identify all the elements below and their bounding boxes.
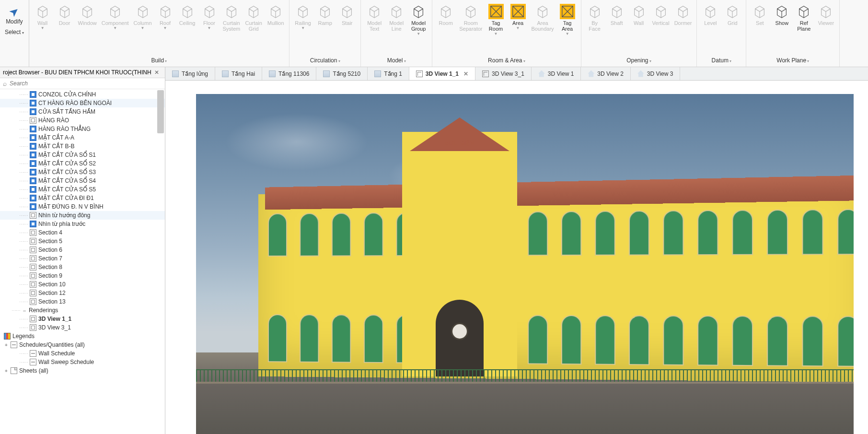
view-tab[interactable]: Tầng 11306 bbox=[262, 67, 316, 80]
viewer-button: Viewer bbox=[815, 2, 836, 28]
select-dropdown[interactable]: Select bbox=[3, 28, 26, 38]
tag-area-button[interactable]: Tag Area▼ bbox=[557, 2, 578, 37]
expander-icon[interactable]: – bbox=[22, 308, 27, 313]
node-label: CONZOL CỬA CHÍNH bbox=[38, 91, 96, 98]
model-text-icon bbox=[367, 4, 382, 19]
close-icon[interactable]: ✕ bbox=[151, 69, 162, 76]
tag-area-label: Tag Area bbox=[562, 20, 573, 32]
area-boundary-label: Area Boundary bbox=[532, 20, 554, 32]
browser-tree[interactable]: ⋯⋯CONZOL CỬA CHÍNH⋯⋯CT HÀNG RÀO BÊN NGOÀ… bbox=[0, 89, 165, 434]
expander-icon[interactable]: + bbox=[4, 368, 9, 374]
tree-connector: ⋯⋯ bbox=[19, 161, 28, 166]
view-tab[interactable]: Tầng Hai bbox=[215, 67, 262, 80]
home-icon bbox=[588, 70, 594, 77]
curtain-system-button: Curtain System bbox=[221, 2, 243, 34]
tree-node[interactable]: ⋯⋯Section 10 bbox=[0, 280, 165, 289]
tree-node[interactable]: ⋯⋯Wall Schedule bbox=[0, 349, 165, 358]
by-face-button: By Face bbox=[584, 2, 605, 34]
tree-node[interactable]: ⋯⋯–Renderings bbox=[0, 306, 165, 315]
tree-node[interactable]: ⋯⋯CONZOL CỬA CHÍNH bbox=[0, 90, 165, 99]
outline-icon bbox=[30, 212, 36, 219]
model-group-button[interactable]: Model Group▼ bbox=[408, 2, 429, 37]
tree-node[interactable]: ⋯⋯Section 12 bbox=[0, 289, 165, 297]
plan-icon bbox=[269, 70, 276, 77]
view-tab[interactable]: 3D View 3_1 bbox=[475, 67, 532, 80]
ref-plane-button[interactable]: Ref Plane bbox=[793, 2, 814, 34]
roof-button: Roof▼ bbox=[155, 2, 176, 32]
plan-icon bbox=[172, 70, 179, 77]
view-tab[interactable]: Tầng 5210 bbox=[316, 67, 368, 80]
door-label: Door bbox=[59, 20, 70, 26]
tree-node[interactable]: ⋯⋯CT HÀNG RÀO BÊN NGOÀI bbox=[0, 99, 165, 107]
tree-node[interactable]: ⋯⋯Wall Sweep Schedule bbox=[0, 358, 165, 366]
tree-node[interactable]: +Schedules/Quantities (all) bbox=[0, 340, 165, 349]
tab-label: Tầng Hai bbox=[231, 70, 255, 77]
ramp-label: Ramp bbox=[318, 20, 332, 26]
op-wall-icon bbox=[631, 4, 647, 19]
tree-node[interactable]: ⋯⋯MẶT CẮT CỬA SỔ S5 bbox=[0, 185, 165, 194]
view-tab[interactable]: 3D View 1_1✕ bbox=[409, 67, 475, 80]
outline-icon bbox=[30, 290, 36, 296]
tree-node[interactable]: ⋯⋯MẶT CẮT CỬA SỔ S1 bbox=[0, 151, 165, 159]
browser-search[interactable]: ⌕ bbox=[0, 78, 165, 89]
tree-node[interactable]: ⋯⋯HÀNG RÀO bbox=[0, 116, 165, 125]
tree-node[interactable]: ⋯⋯MẶT CẮT CỬA SỔ S2 bbox=[0, 159, 165, 168]
tree-node[interactable]: ⋯⋯MẶT CẮT A-A bbox=[0, 133, 165, 142]
tree-node[interactable]: ⋯⋯Section 13 bbox=[0, 297, 165, 306]
tree-node[interactable]: +Sheets (all) bbox=[0, 366, 165, 375]
tree-node[interactable]: ⋯⋯MẶT CẮT B-B bbox=[0, 142, 165, 151]
node-label: MẶT CẮT CỬA SỔ S5 bbox=[38, 186, 96, 193]
view-tab[interactable]: Tầng lửng bbox=[165, 67, 215, 80]
tree-node[interactable]: ⋯⋯3D View 1_1 bbox=[0, 315, 165, 323]
modify-button[interactable]: ➤ Modify bbox=[3, 2, 26, 28]
tree-connector: ⋯⋯ bbox=[19, 265, 28, 270]
ribbon-panel-model: Model TextModel LineModel Group▼Model ▾ bbox=[361, 0, 432, 67]
scrollbar[interactable] bbox=[157, 90, 164, 434]
ribbon-panel-datum: LevelGridDatum ▾ bbox=[697, 0, 746, 67]
tree-node[interactable]: ⋯⋯MẶT CẮT CỬA SỔ S4 bbox=[0, 176, 165, 185]
tree-node[interactable]: ⋯⋯3D View 3_1 bbox=[0, 323, 165, 332]
ceiling-icon bbox=[180, 4, 195, 19]
tree-node[interactable]: Legends bbox=[0, 332, 165, 340]
show-button[interactable]: Show bbox=[771, 2, 792, 28]
blue-icon bbox=[30, 195, 36, 201]
tree-node[interactable]: ⋯⋯CỬA SẮT TẦNG HẦM bbox=[0, 107, 165, 116]
tree-node[interactable]: ⋯⋯Section 7 bbox=[0, 254, 165, 263]
view-tab[interactable]: 3D View 2 bbox=[581, 67, 630, 80]
viewport[interactable]: BƯU ĐIỆN bbox=[165, 81, 868, 434]
tag-room-button[interactable]: Tag Room▼ bbox=[486, 2, 507, 37]
node-label: CT HÀNG RÀO BÊN NGOÀI bbox=[38, 100, 112, 106]
close-icon[interactable]: ✕ bbox=[463, 70, 468, 77]
tree-node[interactable]: ⋯⋯Section 5 bbox=[0, 237, 165, 246]
expander-icon[interactable]: + bbox=[4, 342, 9, 348]
tree-connector: ⋯⋯ bbox=[19, 196, 28, 201]
tree-connector: ⋯⋯ bbox=[19, 118, 28, 123]
tree-node[interactable]: ⋯⋯Section 6 bbox=[0, 246, 165, 254]
grid-icon bbox=[30, 350, 36, 357]
tree-node[interactable]: ⋯⋯Section 4 bbox=[0, 228, 165, 237]
tree-node[interactable]: ⋯⋯Nhìn từ hướng đông bbox=[0, 211, 165, 220]
tree-node[interactable]: ⋯⋯HÀNG RÀO THẲNG bbox=[0, 125, 165, 133]
tree-node[interactable]: ⋯⋯MẶT CẮT CỬA SỔ S3 bbox=[0, 168, 165, 176]
view-tab[interactable]: 3D View 3 bbox=[631, 67, 680, 80]
ribbon-panel-room-area: RoomRoom SeparatorTag Room▼Area▼Area Bou… bbox=[432, 0, 581, 67]
view-tab[interactable]: 3D View 1 bbox=[532, 67, 581, 80]
tag-room-label: Tag Room bbox=[489, 20, 503, 32]
tree-node[interactable]: ⋯⋯Nhìn từ phía trước bbox=[0, 220, 165, 228]
blue-icon bbox=[30, 134, 36, 141]
tree-node[interactable]: ⋯⋯MẶT ĐỨNG Đ. N V BÌNH bbox=[0, 202, 165, 211]
mullion-button: Mullion bbox=[265, 2, 286, 28]
search-input[interactable] bbox=[10, 80, 162, 87]
show-label: Show bbox=[775, 20, 789, 26]
view-tab[interactable]: Tầng 1 bbox=[368, 67, 409, 80]
chevron-down-icon: ▼ bbox=[566, 33, 569, 35]
tree-node[interactable]: ⋯⋯Section 8 bbox=[0, 263, 165, 271]
chevron-down-icon: ▼ bbox=[516, 27, 520, 30]
tree-node[interactable]: ⋯⋯MẶT CẮT CỬA ĐI Đ1 bbox=[0, 194, 165, 202]
node-label: Section 10 bbox=[38, 281, 66, 288]
viewer-icon bbox=[818, 4, 833, 19]
area-button[interactable]: Area▼ bbox=[508, 2, 529, 32]
tree-node[interactable]: ⋯⋯Section 9 bbox=[0, 271, 165, 280]
by-face-label: By Face bbox=[589, 20, 600, 32]
blue-icon bbox=[30, 177, 36, 184]
